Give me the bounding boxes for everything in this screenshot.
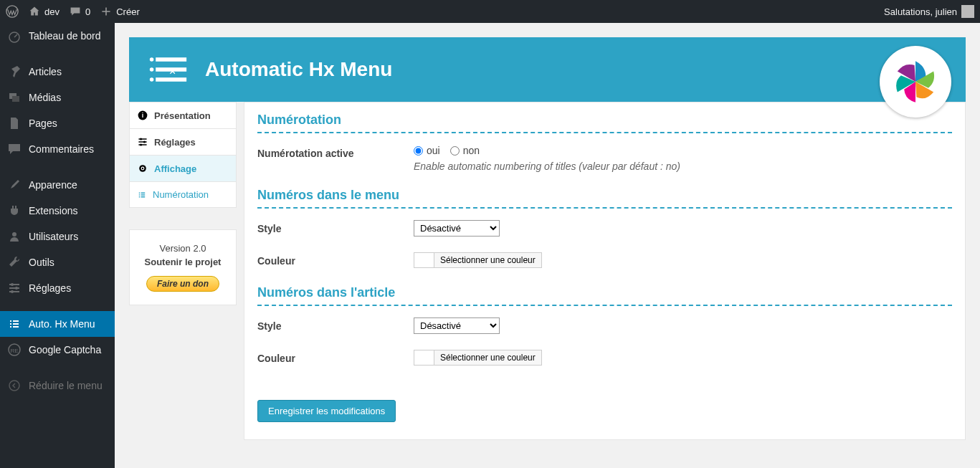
color-swatch — [414, 253, 434, 267]
donation-box: Version 2.0 Soutenir le projet Faire un … — [129, 229, 237, 305]
wp-logo-link[interactable] — [6, 5, 19, 18]
new-link[interactable]: Créer — [100, 6, 140, 17]
section-title-menu: Numéros dans le menu — [257, 188, 952, 209]
svg-point-6 — [15, 287, 18, 290]
tab-label: Présentation — [154, 110, 211, 121]
sidebar-item-label: Réglages — [29, 282, 71, 294]
version-text: Version 2.0 — [137, 243, 229, 254]
tab-affichage[interactable]: Affichage — [130, 156, 236, 182]
donate-button[interactable]: Faire un don — [146, 276, 219, 292]
color-select-button[interactable]: Sélectionner une couleur — [434, 350, 541, 365]
svg-point-5 — [11, 283, 14, 286]
svg-rect-16 — [156, 77, 186, 82]
color-picker-article[interactable]: Sélectionner une couleur — [414, 350, 542, 366]
svg-rect-12 — [156, 57, 186, 62]
select-style-menu[interactable]: Désactivé — [414, 220, 500, 237]
sidebar-item-comments[interactable]: Commentaires — [0, 136, 115, 162]
svg-point-20 — [143, 140, 146, 143]
sidebar-item-hxmenu[interactable]: Auto. Hx Menu — [0, 311, 115, 337]
user-icon — [7, 229, 22, 244]
sidebar-item-label: Google Captcha — [29, 344, 101, 355]
svg-text:i: i — [142, 112, 143, 119]
support-text: Soutenir le projet — [137, 257, 229, 267]
sidebar-item-label: Tableau de bord — [29, 30, 100, 42]
field-label-color-article: Couleur — [257, 350, 414, 364]
account-link[interactable]: Salutations, julien — [884, 5, 974, 18]
radio-no[interactable]: non — [450, 145, 480, 156]
tab-label: Affichage — [154, 163, 196, 174]
svg-point-13 — [150, 67, 154, 72]
field-desc-active: Enable automatic numbering of titles (va… — [414, 161, 952, 172]
sub-tabs: i Présentation Réglages Affichage Numéro… — [129, 102, 237, 208]
radio-yes[interactable]: oui — [414, 145, 440, 156]
sidebar-item-pages[interactable]: Pages — [0, 110, 115, 136]
svg-point-10 — [9, 381, 19, 391]
sidebar-item-posts[interactable]: Articles — [0, 59, 115, 85]
svg-point-11 — [150, 57, 154, 62]
svg-point-4 — [12, 232, 16, 237]
sidebar-item-appearance[interactable]: Apparence — [0, 172, 115, 198]
info-icon: i — [137, 110, 148, 121]
page-title: Automatic Hx Menu — [205, 58, 392, 81]
field-label-active: Numérotation active — [257, 145, 414, 159]
select-style-article[interactable]: Désactivé — [414, 317, 500, 334]
page-icon — [7, 116, 22, 130]
svg-point-7 — [11, 290, 14, 293]
plug-icon — [7, 204, 22, 218]
sidebar-collapse[interactable]: Réduire le menu — [0, 373, 115, 398]
svg-point-24 — [142, 168, 143, 169]
color-picker-menu[interactable]: Sélectionner une couleur — [414, 252, 542, 268]
avatar — [961, 5, 974, 18]
sidebar-item-label: Commentaires — [29, 143, 94, 155]
svg-point-21 — [140, 143, 142, 145]
plus-icon — [100, 6, 112, 17]
tab-presentation[interactable]: i Présentation — [130, 102, 236, 129]
sidebar-item-tools[interactable]: Outils — [0, 249, 115, 275]
home-icon — [29, 6, 40, 17]
site-link[interactable]: dev — [29, 6, 60, 17]
sidebar-item-captcha[interactable]: RE Google Captcha — [0, 337, 115, 363]
sidebar-item-label: Réduire le menu — [29, 380, 103, 391]
color-select-button[interactable]: Sélectionner une couleur — [434, 253, 541, 267]
recaptcha-icon: RE — [7, 343, 22, 357]
page-header: Automatic Hx Menu — [129, 37, 966, 102]
sidebar-item-settings[interactable]: Réglages — [0, 275, 115, 301]
tab-reglages[interactable]: Réglages — [130, 129, 236, 156]
sidebar-item-label: Pages — [29, 118, 57, 129]
comment-icon — [70, 6, 81, 17]
sidebar-item-label: Utilisateurs — [29, 231, 78, 242]
tab-label: Réglages — [154, 137, 196, 148]
sliders-icon — [7, 281, 22, 295]
sidebar-item-label: Outils — [29, 257, 54, 268]
settings-form: Numérotation Numérotation active oui non… — [244, 102, 966, 440]
submit-button[interactable]: Enregistrer les modifications — [257, 400, 396, 422]
field-label-style-article: Style — [257, 317, 414, 332]
plugin-logo — [880, 46, 951, 118]
admin-bar: dev 0 Créer Salutations, julien — [0, 0, 980, 23]
comments-link[interactable]: 0 — [70, 6, 90, 17]
pin-icon — [7, 65, 22, 79]
tab-label: Numérotation — [153, 189, 209, 200]
field-label-style-menu: Style — [257, 220, 414, 234]
sidebar-item-label: Apparence — [29, 179, 77, 191]
sidebar-item-users[interactable]: Utilisateurs — [0, 224, 115, 249]
tab-numerotation[interactable]: Numérotation — [130, 182, 236, 207]
sliders-icon — [137, 136, 148, 148]
hx-icon — [148, 54, 188, 85]
section-title-numerotation: Numérotation — [257, 113, 952, 133]
field-label-color-menu: Couleur — [257, 252, 414, 267]
sidebar-item-label: Auto. Hx Menu — [29, 318, 95, 330]
color-swatch — [414, 350, 434, 365]
sidebar-item-dashboard[interactable]: Tableau de bord — [0, 23, 115, 49]
wrench-icon — [7, 255, 22, 269]
comment-icon — [7, 142, 22, 156]
svg-rect-3 — [12, 96, 19, 102]
sidebar-item-media[interactable]: Médias — [0, 85, 115, 110]
media-icon — [7, 90, 22, 105]
section-title-article: Numéros dans l'article — [257, 285, 952, 306]
list-icon — [137, 190, 147, 200]
list-icon — [7, 317, 22, 331]
content-area: Automatic Hx Menu i Présentation — [115, 23, 980, 468]
sidebar-item-plugins[interactable]: Extensions — [0, 198, 115, 224]
gauge-icon — [7, 29, 22, 43]
